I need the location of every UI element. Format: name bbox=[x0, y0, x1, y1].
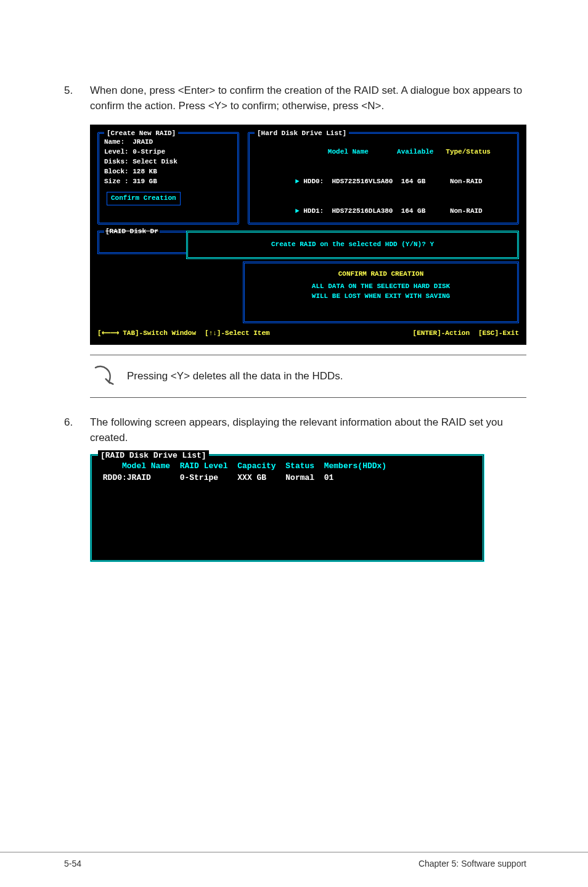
hdd-row-1: ► HDD1: HDS722516DLA380 164 GB Non-RAID bbox=[255, 197, 512, 226]
hdd-row-0: ► HDD0: HDS722516VLSA80 164 GB Non-RAID bbox=[255, 167, 512, 197]
hdd-header: Model Name Available Type/Status bbox=[255, 138, 512, 167]
help-action: [ENTER]-Action bbox=[413, 329, 470, 339]
raid-disk-list-panel: [RAID Disk Drive List] Model Name RAID L… bbox=[90, 454, 484, 562]
step-number: 5. bbox=[64, 83, 90, 113]
confirm-line-2: WILL BE LOST WHEN EXIT WITH SAVING bbox=[245, 292, 517, 302]
raid-disk-drive-tab: [RAID Disk Dr bbox=[97, 231, 186, 254]
hdd-list-panel: [Hard Disk Drive List] Model Name Availa… bbox=[248, 132, 519, 225]
step-6: 6. The following screen appears, display… bbox=[64, 415, 526, 445]
help-exit: [ESC]-Exit bbox=[478, 329, 519, 339]
field-name: Name: JRAID bbox=[104, 138, 232, 147]
panel-title: [Hard Disk Drive List] bbox=[255, 129, 349, 139]
step-5: 5. When done, press <Enter> to confirm t… bbox=[64, 83, 526, 113]
step-text: The following screen appears, displaying… bbox=[90, 415, 526, 445]
help-bar: [⟵⟶ TAB]-Switch Window [↑↓]-Select Item … bbox=[97, 327, 519, 345]
table-header: Model Name RAID Level Capacity Status Me… bbox=[98, 461, 476, 472]
panel-title: [Create New RAID] bbox=[104, 129, 178, 139]
help-switch: [⟵⟶ TAB]-Switch Window bbox=[97, 329, 196, 339]
table-row: RDD0:JRAID 0-Stripe XXX GB Normal 01 bbox=[98, 472, 476, 484]
bios-screenshot-1: [Create New RAID] Name: JRAID Level: 0-S… bbox=[90, 125, 526, 345]
step-number: 6. bbox=[64, 415, 90, 445]
field-size: Size : 319 GB bbox=[104, 177, 232, 187]
confirm-line-1: ALL DATA ON THE SELECTED HARD DISK bbox=[245, 282, 517, 292]
help-select: [↑↓]-Select Item bbox=[205, 329, 270, 339]
field-level: Level: 0-Stripe bbox=[104, 147, 232, 157]
create-raid-dialog[interactable]: Create RAID on the selected HDD (Y/N)? Y bbox=[186, 231, 519, 259]
create-new-raid-panel: [Create New RAID] Name: JRAID Level: 0-S… bbox=[97, 132, 239, 225]
note-text: Pressing <Y> deletes all the data in the… bbox=[127, 369, 343, 384]
field-block: Block: 128 KB bbox=[104, 167, 232, 177]
field-disks: Disks: Select Disk bbox=[104, 157, 232, 167]
confirm-creation-button[interactable]: Confirm Creation bbox=[107, 192, 181, 205]
panel-title: [RAID Disk Drive List] bbox=[98, 450, 209, 462]
confirm-raid-creation-panel: CONFIRM RAID CREATION ALL DATA ON THE SE… bbox=[243, 262, 519, 323]
confirm-title: CONFIRM RAID CREATION bbox=[245, 270, 517, 279]
note-block: Pressing <Y> deletes all the data in the… bbox=[90, 355, 526, 398]
step-text: When done, press <Enter> to confirm the … bbox=[90, 83, 526, 113]
note-icon bbox=[92, 361, 117, 391]
